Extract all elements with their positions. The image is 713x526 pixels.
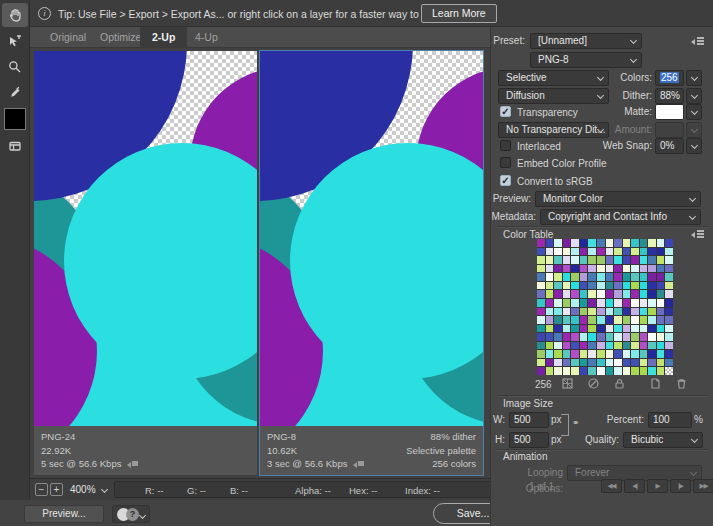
color-swatch[interactable] — [554, 350, 562, 358]
color-swatch[interactable] — [606, 333, 614, 341]
color-swatch[interactable] — [537, 290, 545, 298]
color-swatch[interactable] — [563, 248, 571, 256]
dither-field[interactable]: 88% — [655, 88, 684, 104]
color-swatch[interactable] — [597, 316, 605, 324]
transparency-dither-select[interactable]: No Transparency Dit... — [498, 122, 609, 138]
convert-srgb-checkbox[interactable]: ✓ — [500, 175, 511, 186]
color-swatch[interactable] — [563, 367, 571, 375]
color-swatch[interactable] — [606, 325, 614, 333]
web-snap-stepper[interactable] — [686, 138, 702, 154]
color-swatch[interactable] — [563, 325, 571, 333]
color-swatch[interactable] — [640, 316, 648, 324]
color-swatch[interactable] — [606, 248, 614, 256]
color-swatch[interactable] — [597, 265, 605, 273]
color-swatch[interactable] — [571, 325, 579, 333]
color-swatch[interactable] — [665, 367, 673, 375]
color-swatch[interactable] — [614, 308, 622, 316]
color-swatch[interactable] — [580, 282, 588, 290]
color-swatch[interactable] — [640, 350, 648, 358]
color-swatch[interactable] — [554, 359, 562, 367]
color-swatch[interactable] — [648, 273, 656, 281]
color-swatch[interactable] — [588, 308, 596, 316]
optimized-pane[interactable]: PNG-8 10.62K 3 sec @ 56.6 Kbps 88% dithe… — [260, 51, 483, 475]
eyedropper-color-swatch[interactable] — [4, 108, 26, 130]
color-swatch[interactable] — [640, 239, 648, 247]
next-frame-button[interactable]: |▶ — [670, 479, 691, 493]
color-swatch[interactable] — [648, 325, 656, 333]
color-swatch[interactable] — [606, 290, 614, 298]
color-swatch[interactable] — [563, 316, 571, 324]
color-swatch[interactable] — [537, 367, 545, 375]
color-swatch[interactable] — [563, 299, 571, 307]
colors-field[interactable]: 256 — [655, 70, 684, 86]
color-swatch[interactable] — [665, 290, 673, 298]
color-swatch[interactable] — [657, 359, 665, 367]
color-swatch[interactable] — [537, 256, 545, 264]
color-swatch[interactable] — [546, 325, 554, 333]
zoom-tool[interactable] — [2, 55, 28, 79]
color-swatch[interactable] — [580, 273, 588, 281]
color-swatch[interactable] — [537, 239, 545, 247]
color-swatch[interactable] — [563, 265, 571, 273]
color-swatch[interactable] — [571, 299, 579, 307]
color-swatch[interactable] — [554, 282, 562, 290]
color-swatch[interactable] — [614, 256, 622, 264]
color-swatch[interactable] — [546, 256, 554, 264]
color-swatch[interactable] — [657, 299, 665, 307]
color-swatch[interactable] — [597, 248, 605, 256]
color-swatch[interactable] — [631, 239, 639, 247]
color-swatch[interactable] — [597, 350, 605, 358]
color-swatch[interactable] — [640, 282, 648, 290]
color-swatch[interactable] — [640, 333, 648, 341]
color-swatch[interactable] — [571, 273, 579, 281]
color-swatch[interactable] — [563, 256, 571, 264]
color-swatch[interactable] — [554, 316, 562, 324]
color-swatch[interactable] — [614, 342, 622, 350]
color-swatch[interactable] — [623, 308, 631, 316]
color-swatch[interactable] — [588, 248, 596, 256]
color-swatch[interactable] — [571, 308, 579, 316]
color-swatch[interactable] — [657, 342, 665, 350]
color-swatch[interactable] — [597, 273, 605, 281]
color-swatch[interactable] — [546, 350, 554, 358]
format-select[interactable]: PNG-8 — [530, 52, 642, 68]
color-swatch[interactable] — [563, 342, 571, 350]
color-swatch[interactable] — [597, 342, 605, 350]
color-swatch[interactable] — [580, 256, 588, 264]
color-swatch[interactable] — [580, 248, 588, 256]
color-swatch[interactable] — [657, 239, 665, 247]
preset-panel-menu-icon[interactable] — [691, 37, 704, 45]
color-swatch[interactable] — [665, 299, 673, 307]
color-swatch[interactable] — [648, 359, 656, 367]
color-swatch[interactable] — [640, 325, 648, 333]
lock-color-icon[interactable] — [613, 377, 627, 391]
toggle-slices-visibility-tool[interactable] — [2, 134, 28, 158]
color-swatch[interactable] — [580, 308, 588, 316]
zoom-level-chevron-icon[interactable] — [101, 486, 108, 493]
color-swatch[interactable] — [665, 308, 673, 316]
color-swatch[interactable] — [614, 325, 622, 333]
color-swatch[interactable] — [537, 299, 545, 307]
color-swatch[interactable] — [631, 299, 639, 307]
color-swatch[interactable] — [606, 350, 614, 358]
color-swatch[interactable] — [614, 282, 622, 290]
zoom-in-button[interactable]: + — [50, 483, 63, 496]
color-swatch[interactable] — [665, 248, 673, 256]
color-swatch[interactable] — [554, 333, 562, 341]
color-swatch[interactable] — [537, 333, 545, 341]
color-swatch[interactable] — [588, 265, 596, 273]
color-swatch[interactable] — [665, 350, 673, 358]
color-swatch[interactable] — [623, 256, 631, 264]
color-swatch[interactable] — [665, 239, 673, 247]
color-swatch[interactable] — [563, 333, 571, 341]
color-swatch[interactable] — [631, 316, 639, 324]
color-swatch[interactable] — [580, 316, 588, 324]
color-swatch[interactable] — [597, 333, 605, 341]
color-swatch[interactable] — [657, 282, 665, 290]
color-swatch[interactable] — [648, 265, 656, 273]
color-swatch[interactable] — [606, 299, 614, 307]
color-swatch[interactable] — [631, 265, 639, 273]
dither-mode-select[interactable]: Diffusion — [498, 88, 609, 104]
color-swatch[interactable] — [648, 308, 656, 316]
color-swatch[interactable] — [537, 359, 545, 367]
